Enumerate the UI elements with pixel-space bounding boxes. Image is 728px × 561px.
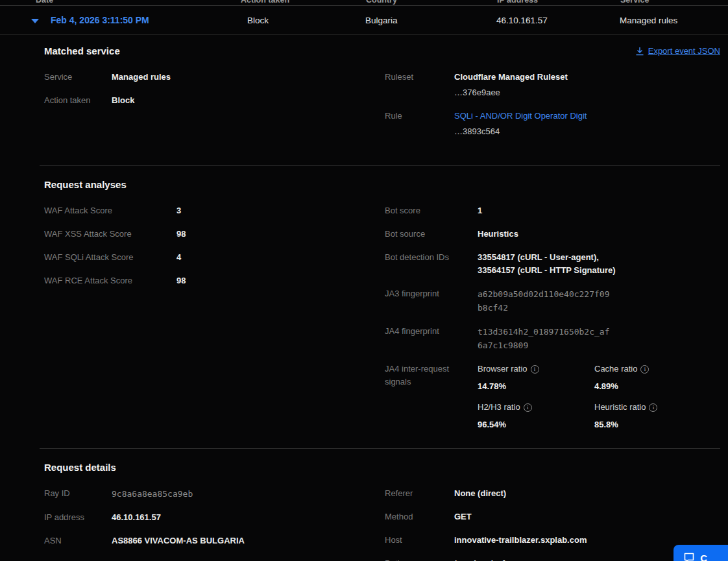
rule-id: …3893c564 — [454, 125, 587, 138]
signal-label: H2/H3 ratio — [478, 401, 520, 414]
table-header: Date Action taken Country IP address Ser… — [0, 0, 728, 6]
request-analyses-right-column: Bot score 1 Bot source Heuristics Bot de… — [385, 204, 720, 442]
signal-value: 85.8% — [594, 418, 711, 431]
field-ja4-signals: JA4 inter-request signals Browser ratio … — [385, 363, 720, 431]
field-ja4-fingerprint: JA4 fingerprint t13d3614h2_018971650b2c_… — [385, 325, 720, 352]
ja4-fingerprint-value: 6a7c1c9809 — [478, 339, 610, 352]
info-icon[interactable] — [640, 365, 649, 374]
field-value: /services/safes — [454, 557, 515, 561]
signal-h2h3-ratio: H2/H3 ratio 96.54% — [478, 401, 594, 431]
field-label: Bot source — [385, 228, 478, 241]
rule-link[interactable]: SQLi - AND/OR Digit Operator Digit — [454, 110, 587, 123]
signal-value: 4.89% — [594, 380, 711, 393]
field-label: Action taken — [44, 94, 112, 107]
info-icon[interactable] — [649, 403, 657, 412]
ja4-fingerprint-value: t13d3614h2_018971650b2c_af — [478, 325, 610, 339]
field-value: Heuristics — [478, 228, 518, 241]
field-waf-rce-score: WAF RCE Attack Score 98 — [44, 274, 385, 287]
field-ruleset: Ruleset Cloudflare Managed Ruleset …376e… — [385, 71, 720, 99]
export-event-json-link[interactable]: Export event JSON — [635, 46, 720, 56]
field-referer: Referer None (direct) — [385, 487, 720, 500]
field-value: None (direct) — [454, 487, 506, 500]
field-label: JA3 fingerprint — [385, 287, 478, 315]
field-bot-detection-ids: Bot detection IDs 33554817 (cURL - User-… — [385, 251, 720, 277]
field-country: Country Bulgaria — [44, 558, 385, 561]
request-details-left-column: Ray ID 9c8a6a8ea85ca9eb IP address 46.10… — [44, 487, 385, 561]
column-header-date: Date — [36, 0, 241, 5]
signal-heuristic-ratio: Heuristic ratio 85.8% — [594, 401, 711, 431]
field-label: Service — [44, 71, 112, 84]
field-label: Bot detection IDs — [385, 251, 478, 277]
field-label: Path — [385, 557, 454, 561]
field-value: Block — [112, 94, 134, 107]
field-label: Country — [44, 558, 112, 561]
field-label: WAF Attack Score — [44, 204, 176, 217]
signal-value: 14.78% — [478, 380, 594, 393]
field-value: 98 — [176, 274, 186, 287]
field-label: Ray ID — [44, 487, 112, 501]
field-value: 3 — [176, 204, 181, 217]
info-icon[interactable] — [524, 403, 532, 412]
event-detail-panel: Matched service Export event JSON Servic… — [0, 35, 728, 561]
field-label: Bot score — [385, 204, 478, 217]
ruleset-id: …376e9aee — [454, 86, 568, 99]
header-spacer — [0, 0, 36, 5]
field-label: JA4 fingerprint — [385, 325, 478, 352]
ja3-fingerprint-value: a62b09a50d02d110e40c227f09 — [478, 287, 610, 301]
field-label: Method — [385, 510, 454, 523]
matched-service-right-column: Ruleset Cloudflare Managed Ruleset …376e… — [385, 71, 720, 149]
signal-value: 96.54% — [478, 418, 594, 431]
field-label: WAF XSS Attack Score — [44, 228, 176, 241]
event-date: Feb 4, 2026 3:11:50 PM — [51, 15, 247, 25]
request-analyses-title: Request analyses — [44, 179, 720, 190]
bot-detection-id: 33554817 (cURL - User-agent), — [478, 251, 616, 264]
ja3-fingerprint-value: b8cf42 — [478, 301, 610, 315]
field-host: Host innovative-trailblazer.sxplab.com — [385, 534, 720, 547]
field-value: 1 — [478, 204, 482, 217]
field-label: WAF SQLi Attack Score — [44, 251, 176, 264]
ruleset-name: Cloudflare Managed Ruleset — [454, 71, 568, 84]
event-country: Bulgaria — [365, 16, 496, 25]
chevron-down-icon — [31, 19, 39, 23]
request-details-right-column: Referer None (direct) Method GET Host in… — [385, 487, 720, 561]
field-waf-sqli-score: WAF SQLi Attack Score 4 — [44, 251, 385, 264]
section-divider — [40, 165, 720, 166]
request-details-title: Request details — [44, 462, 720, 473]
matched-service-title: Matched service — [44, 45, 120, 56]
section-divider — [40, 448, 720, 449]
event-service: Managed rules — [620, 16, 728, 25]
event-row[interactable]: Feb 4, 2026 3:11:50 PM Block Bulgaria 46… — [0, 6, 728, 35]
field-value: Bulgaria — [112, 558, 145, 561]
field-ray-id: Ray ID 9c8a6a8ea85ca9eb — [44, 487, 385, 501]
ray-id-value: 9c8a6a8ea85ca9eb — [112, 487, 193, 501]
signal-label: Heuristic ratio — [594, 401, 646, 414]
field-label: Referer — [385, 487, 454, 500]
export-event-json-label: Export event JSON — [648, 46, 720, 56]
column-header-service: Service — [620, 0, 728, 5]
info-icon[interactable] — [531, 365, 539, 374]
field-bot-source: Bot source Heuristics — [385, 228, 720, 241]
bot-detection-id: 33564157 (cURL - HTTP Signature) — [478, 264, 616, 277]
field-label: ASN — [44, 534, 112, 547]
field-value: 4 — [176, 251, 181, 264]
row-expand-toggle[interactable] — [0, 16, 51, 25]
field-method: Method GET — [385, 510, 720, 523]
field-label: Rule — [385, 110, 454, 138]
field-label: IP address — [44, 511, 112, 524]
field-ja3-fingerprint: JA3 fingerprint a62b09a50d02d110e40c227f… — [385, 287, 720, 315]
event-action: Block — [247, 16, 365, 25]
matched-service-left-column: Service Managed rules Action taken Block — [44, 71, 385, 149]
chat-icon — [683, 552, 695, 561]
field-rule: Rule SQLi - AND/OR Digit Operator Digit … — [385, 110, 720, 138]
field-label: Ruleset — [385, 71, 454, 99]
field-label: Host — [385, 534, 454, 547]
support-chat-button[interactable]: C — [673, 545, 728, 561]
field-service: Service Managed rules — [44, 71, 385, 84]
signal-label: Browser ratio — [478, 363, 528, 376]
ja4-signals-grid: Browser ratio 14.78% Cache ratio 4.89% H… — [478, 363, 711, 431]
request-analyses-left-column: WAF Attack Score 3 WAF XSS Attack Score … — [44, 204, 385, 442]
event-ip: 46.10.161.57 — [496, 16, 620, 25]
field-value: Managed rules — [112, 71, 171, 84]
signal-browser-ratio: Browser ratio 14.78% — [478, 363, 594, 393]
field-waf-xss-score: WAF XSS Attack Score 98 — [44, 228, 385, 241]
